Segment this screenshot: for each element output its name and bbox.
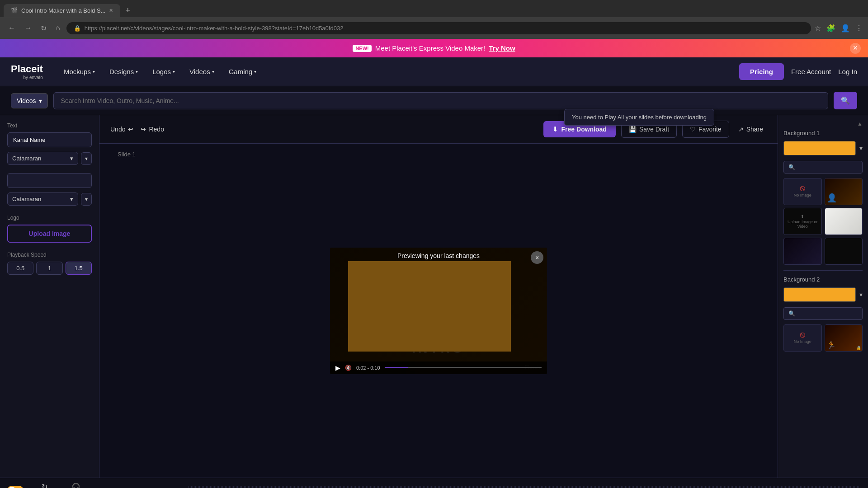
share-button[interactable]: ↗ Share <box>735 121 767 137</box>
close-banner-button[interactable]: × <box>850 43 861 54</box>
new-badge: NEW! <box>353 45 371 52</box>
nav-items: Mockups ▾ Designs ▾ Logos ▾ Videos ▾ Gam… <box>57 64 739 79</box>
font-size-btn-1[interactable]: ▾ <box>81 152 92 165</box>
headphone-icon: 🎧 <box>71 483 80 488</box>
bg1-search[interactable] <box>783 161 863 174</box>
bg1-image-1[interactable]: 👤 <box>825 178 863 205</box>
playback-speeds: 0.5 1 1.5 <box>7 262 92 275</box>
profile-icon[interactable]: 👤 <box>841 24 850 33</box>
chevron-down-icon: ▾ <box>254 69 256 74</box>
bg2-color-row: ▾ <box>783 287 863 302</box>
progress-bar[interactable] <box>385 367 542 368</box>
bg2-search[interactable] <box>783 307 863 320</box>
video-area: Slide 1 INTRO Placeit Previewing your la… <box>99 144 778 478</box>
audio-icon: ♪ <box>31 486 34 488</box>
audio-listen[interactable]: 🎧 Listen <box>69 483 83 488</box>
nav-videos[interactable]: Videos ▾ <box>183 64 221 79</box>
redo-icon: ↪ <box>141 126 146 133</box>
undo-button[interactable]: Undo ↩ <box>110 126 133 133</box>
bg1-image-2[interactable]: ⬆ Upload Image or Video <box>783 208 822 235</box>
save-icon: 💾 <box>629 126 637 133</box>
dropdown-arrow-icon: ▾ <box>39 97 42 104</box>
nav-gaming[interactable]: Gaming ▾ <box>222 64 263 79</box>
bg2-color-swatch[interactable] <box>783 287 856 302</box>
nav-mockups[interactable]: Mockups ▾ <box>57 64 101 79</box>
nav-designs[interactable]: Designs ▾ <box>103 64 144 79</box>
back-button[interactable]: ← <box>5 22 18 34</box>
scroll-up[interactable]: ▲ <box>783 121 863 127</box>
chevron-down-icon: ▾ <box>173 69 175 74</box>
upload-image-button[interactable]: Upload Image <box>7 225 92 243</box>
main-nav: Placeit by envato Mockups ▾ Designs ▾ Lo… <box>0 57 868 86</box>
menu-icon[interactable]: ⋮ <box>855 24 863 33</box>
bg2-image-1[interactable]: 🏃 🔒 <box>825 324 863 352</box>
text-label: Text <box>7 122 92 129</box>
time-display: 0:02 - 0:10 <box>356 365 380 371</box>
bg1-no-image[interactable]: 🚫 No Image <box>783 178 822 205</box>
speed-1[interactable]: 1 <box>36 262 62 275</box>
bg2-label: Background 2 <box>783 276 863 283</box>
bg1-color-swatch[interactable] <box>783 141 856 155</box>
no-image-icon: 🚫 <box>800 186 805 191</box>
logo-sub: by envato <box>11 75 43 80</box>
toggle-knob <box>8 487 15 488</box>
announcement-message: Meet Placeit's Express Video Maker! <box>375 44 486 52</box>
download-tooltip: You need to Play All your slides before … <box>564 109 714 126</box>
nav-logos[interactable]: Logos ▾ <box>146 64 181 79</box>
audio-replace[interactable]: ↻ Replace <box>42 483 61 488</box>
bg2-no-image[interactable]: 🚫 No Image <box>783 324 822 352</box>
font-select-1[interactable]: Catamaran ▾ <box>7 152 78 165</box>
bg2-grid: 🚫 No Image 🏃 🔒 <box>783 324 863 352</box>
logo-section: Logo Upload Image <box>7 215 92 243</box>
logo-area[interactable]: Placeit by envato <box>11 63 43 80</box>
font-select-2[interactable]: Catamaran ▾ <box>7 192 78 206</box>
login-link[interactable]: Log In <box>838 68 857 75</box>
chevron-down-icon: ▾ <box>136 69 138 74</box>
bg1-image-5[interactable] <box>825 238 863 265</box>
font-size-btn-2[interactable]: ▾ <box>81 193 92 206</box>
close-preview-button[interactable]: × <box>531 251 543 264</box>
volume-button[interactable]: 🔇 <box>345 365 352 371</box>
free-account-link[interactable]: Free Account <box>791 68 831 75</box>
reload-button[interactable]: ↻ <box>38 22 49 34</box>
browser-icons: ☆ 🧩 👤 ⋮ <box>815 24 863 33</box>
video-player[interactable]: INTRO Placeit Previewing your last chang… <box>330 248 547 374</box>
tab-close-icon[interactable]: × <box>109 7 113 14</box>
browser-tab[interactable]: 🎬 Cool Intro Maker with a Bold S... × <box>4 4 120 17</box>
chevron-down-icon: ▾ <box>212 69 214 74</box>
upload-icon: ⬆ <box>801 214 804 219</box>
bg1-image-3[interactable] <box>825 208 863 235</box>
center-area: Undo ↩ ↪ Redo ⬇ Free Download 💾 Save Dra… <box>99 115 778 478</box>
search-input[interactable] <box>53 92 828 109</box>
video-play-button[interactable]: ▶ <box>335 364 340 371</box>
text-input-1[interactable] <box>7 132 92 147</box>
pricing-button[interactable]: Pricing <box>739 63 784 80</box>
new-tab-button[interactable]: + <box>122 6 134 15</box>
search-button[interactable]: 🔍 <box>834 92 857 109</box>
bg1-image-4[interactable] <box>783 238 822 265</box>
search-area: Videos ▾ 🔍 You need to Play All your sli… <box>0 86 868 115</box>
main-content: Text Catamaran ▾ ▾ Catamaran ▾ ▾ <box>0 115 868 478</box>
speed-15[interactable]: 1.5 <box>66 262 92 275</box>
home-button[interactable]: ⌂ <box>53 22 63 34</box>
star-icon[interactable]: ☆ <box>815 24 821 33</box>
browser-toolbar: ← → ↻ ⌂ 🔒 https://placeit.net/c/videos/s… <box>0 17 868 39</box>
forward-button[interactable]: → <box>22 22 34 34</box>
text-input-2[interactable] <box>7 173 92 188</box>
replace-icon: ↻ <box>42 483 61 488</box>
tab-title: Cool Intro Maker with a Bold S... <box>21 7 105 14</box>
bg1-label: Background 1 <box>783 130 863 136</box>
bg2-color-arrow[interactable]: ▾ <box>859 291 863 298</box>
audio-toggle[interactable] <box>7 486 24 488</box>
bg1-color-arrow[interactable]: ▾ <box>859 145 863 152</box>
address-bar[interactable]: 🔒 https://placeit.net/c/videos/stages/co… <box>66 22 811 34</box>
audio-waveform <box>189 486 861 488</box>
redo-button[interactable]: ↪ Redo <box>141 126 164 133</box>
speed-05[interactable]: 0.5 <box>7 262 33 275</box>
chevron-down-icon: ▾ <box>93 69 95 74</box>
search-dropdown[interactable]: Videos ▾ <box>11 93 48 108</box>
extension-icon[interactable]: 🧩 <box>826 24 835 33</box>
try-now-link[interactable]: Try Now <box>489 44 515 52</box>
video-controls: ▶ 🔇 0:02 - 0:10 <box>330 361 547 374</box>
audio-controls: ♪ ↻ Replace 🎧 Listen Alejandro Magaña - … <box>0 478 868 488</box>
